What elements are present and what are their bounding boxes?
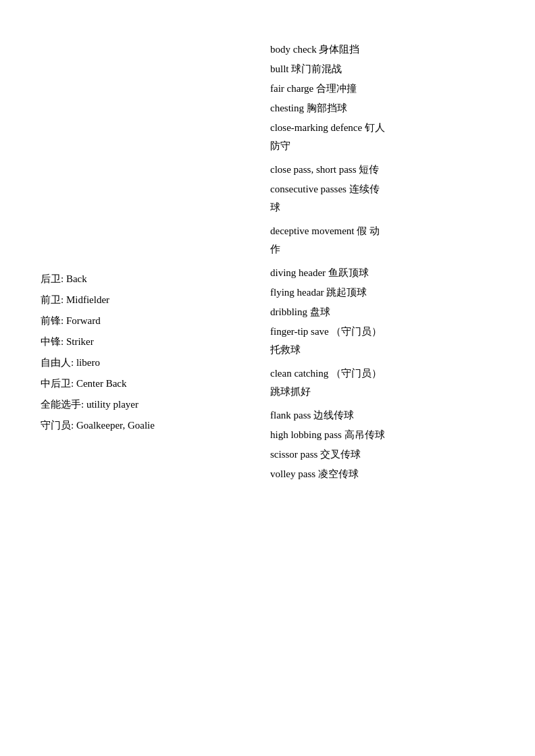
right-term-item: chesting 胸部挡球 — [270, 99, 494, 117]
right-term-item: flank pass 边线传球 — [270, 406, 494, 425]
right-term-item: deceptive movement 假 动作 — [270, 222, 494, 259]
right-term-line: 托救球 — [270, 341, 494, 359]
left-column: 后卫: Back前卫: Midfielder前锋: Forward中锋: Str… — [41, 40, 270, 485]
right-term-item: fair charge 合理冲撞 — [270, 80, 494, 98]
right-column: body check 身体阻挡bullt 球门前混战fair charge 合理… — [270, 40, 494, 485]
left-term-item: 中后卫: Center Back — [41, 375, 270, 393]
right-term-line: close-marking defence 钉人 — [270, 119, 494, 137]
left-term-item: 守门员: Goalkeeper, Goalie — [41, 416, 270, 435]
left-term-item: 后卫: Back — [41, 270, 270, 288]
page-container: 后卫: Back前卫: Midfielder前锋: Forward中锋: Str… — [41, 40, 494, 485]
right-term-line: consecutive passes 连续传 — [270, 180, 494, 198]
right-term-line: 防守 — [270, 137, 494, 155]
right-term-item: scissor pass 交叉传球 — [270, 446, 494, 464]
right-term-item: flying headar 跳起顶球 — [270, 284, 494, 302]
left-terms-list: 后卫: Back前卫: Midfielder前锋: Forward中锋: Str… — [41, 270, 270, 435]
right-term-item: volley pass 凌空传球 — [270, 465, 494, 483]
left-term-item: 自由人: libero — [41, 354, 270, 372]
right-term-line: 跳球抓好 — [270, 383, 494, 401]
left-term-item: 前卫: Midfielder — [41, 291, 270, 309]
right-term-line: finger-tip save （守门员） — [270, 323, 494, 341]
right-term-line: clean catching （守门员） — [270, 364, 494, 383]
right-term-line: deceptive movement 假 动 — [270, 222, 494, 240]
left-term-item: 全能选手: utility player — [41, 396, 270, 414]
left-term-item: 中锋: Striker — [41, 333, 270, 351]
right-term-item: clean catching （守门员）跳球抓好 — [270, 364, 494, 401]
right-term-item: diving header 鱼跃顶球 — [270, 264, 494, 282]
right-term-item: close-marking defence 钉人防守 — [270, 119, 494, 155]
right-term-item: close pass, short pass 短传 — [270, 161, 494, 179]
right-term-line: 作 — [270, 240, 494, 259]
right-term-item: finger-tip save （守门员）托救球 — [270, 323, 494, 359]
right-term-item: high lobbing pass 高吊传球 — [270, 426, 494, 444]
left-term-item: 前锋: Forward — [41, 312, 270, 330]
right-term-item: body check 身体阻挡 — [270, 40, 494, 59]
right-term-line: 球 — [270, 198, 494, 217]
right-term-item: bullt 球门前混战 — [270, 60, 494, 78]
right-term-item: consecutive passes 连续传球 — [270, 180, 494, 217]
right-term-item: dribbling 盘球 — [270, 303, 494, 321]
